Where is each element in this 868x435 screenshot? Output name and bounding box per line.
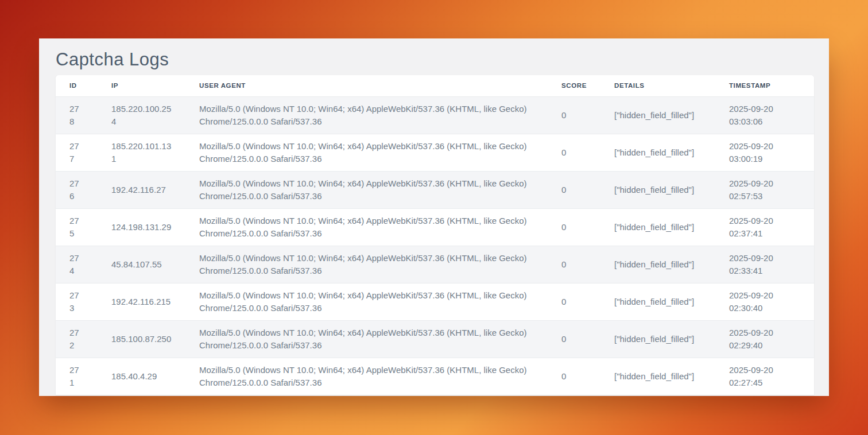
cell-score: 0: [548, 321, 600, 358]
cell-ip: 185.220.101.131: [98, 134, 185, 172]
cell-timestamp: 2025-09-20 02:37:41: [715, 209, 814, 246]
cell-details: ["hidden_field_filled"]: [600, 97, 715, 134]
cell-timestamp: 2025-09-20 02:30:40: [715, 283, 814, 321]
cell-id: 272: [56, 321, 98, 358]
column-header-details: DETAILS: [600, 75, 715, 97]
cell-timestamp: 2025-09-20 02:29:40: [715, 321, 814, 358]
cell-timestamp: 2025-09-20 02:27:45: [715, 358, 814, 395]
cell-score: 0: [548, 172, 600, 209]
page-title: Captcha Logs: [39, 38, 829, 75]
cell-score: 0: [548, 246, 600, 283]
cell-user_agent: Mozilla/5.0 (Windows NT 10.0; Win64; x64…: [185, 209, 548, 246]
cell-id: 271: [56, 358, 98, 395]
cell-ip: 185.40.4.29: [98, 358, 185, 395]
cell-timestamp: 2025-09-20 03:00:19: [715, 134, 814, 172]
cell-details: ["hidden_field_filled"]: [600, 172, 715, 209]
cell-timestamp: 2025-09-20 02:33:41: [715, 246, 814, 283]
logs-table-container: IDIPUSER AGENTSCOREDETAILSTIMESTAMP 2781…: [56, 75, 814, 395]
cell-details: ["hidden_field_filled"]: [600, 321, 715, 358]
cell-id: 277: [56, 134, 98, 172]
cell-user_agent: Mozilla/5.0 (Windows NT 10.0; Win64; x64…: [185, 134, 548, 172]
cell-details: ["hidden_field_filled"]: [600, 358, 715, 395]
cell-ip: 45.84.107.55: [98, 246, 185, 283]
cell-id: 278: [56, 97, 98, 134]
page-background: Captcha Logs IDIPUSER AGENTSCOREDETAILST…: [0, 0, 868, 435]
table-row: 27445.84.107.55Mozilla/5.0 (Windows NT 1…: [56, 246, 814, 283]
cell-ip: 124.198.131.29: [98, 209, 185, 246]
cell-timestamp: 2025-09-20 03:03:06: [715, 97, 814, 134]
cell-user_agent: Mozilla/5.0 (Windows NT 10.0; Win64; x64…: [185, 283, 548, 321]
cell-timestamp: 2025-09-20 02:57:53: [715, 172, 814, 209]
cell-user_agent: Mozilla/5.0 (Windows NT 10.0; Win64; x64…: [185, 358, 548, 395]
table-header-row: IDIPUSER AGENTSCOREDETAILSTIMESTAMP: [56, 75, 814, 97]
cell-score: 0: [548, 358, 600, 395]
cell-score: 0: [548, 134, 600, 172]
cell-details: ["hidden_field_filled"]: [600, 134, 715, 172]
cell-id: 275: [56, 209, 98, 246]
cell-user_agent: Mozilla/5.0 (Windows NT 10.0; Win64; x64…: [185, 97, 548, 134]
captcha-logs-table: IDIPUSER AGENTSCOREDETAILSTIMESTAMP 2781…: [56, 75, 814, 395]
cell-id: 274: [56, 246, 98, 283]
column-header-ip: IP: [98, 75, 185, 97]
cell-details: ["hidden_field_filled"]: [600, 246, 715, 283]
cell-user_agent: Mozilla/5.0 (Windows NT 10.0; Win64; x64…: [185, 321, 548, 358]
column-header-timestamp: TIMESTAMP: [715, 75, 814, 97]
cell-score: 0: [548, 97, 600, 134]
table-row: 272185.100.87.250Mozilla/5.0 (Windows NT…: [56, 321, 814, 358]
cell-id: 273: [56, 283, 98, 321]
column-header-id: ID: [56, 75, 98, 97]
cell-user_agent: Mozilla/5.0 (Windows NT 10.0; Win64; x64…: [185, 246, 548, 283]
column-header-score: SCORE: [548, 75, 600, 97]
cell-details: ["hidden_field_filled"]: [600, 209, 715, 246]
table-row: 273192.42.116.215Mozilla/5.0 (Windows NT…: [56, 283, 814, 321]
column-header-user_agent: USER AGENT: [185, 75, 548, 97]
table-row: 275124.198.131.29Mozilla/5.0 (Windows NT…: [56, 209, 814, 246]
cell-score: 0: [548, 283, 600, 321]
cell-ip: 185.100.87.250: [98, 321, 185, 358]
cell-ip: 192.42.116.215: [98, 283, 185, 321]
table-row: 277185.220.101.131Mozilla/5.0 (Windows N…: [56, 134, 814, 172]
cell-ip: 192.42.116.27: [98, 172, 185, 209]
cell-ip: 185.220.100.254: [98, 97, 185, 134]
table-row: 276192.42.116.27Mozilla/5.0 (Windows NT …: [56, 172, 814, 209]
cell-score: 0: [548, 209, 600, 246]
table-row: 271185.40.4.29Mozilla/5.0 (Windows NT 10…: [56, 358, 814, 395]
captcha-logs-card: Captcha Logs IDIPUSER AGENTSCOREDETAILST…: [39, 38, 829, 396]
cell-user_agent: Mozilla/5.0 (Windows NT 10.0; Win64; x64…: [185, 172, 548, 209]
cell-id: 276: [56, 172, 98, 209]
table-row: 278185.220.100.254Mozilla/5.0 (Windows N…: [56, 97, 814, 134]
cell-details: ["hidden_field_filled"]: [600, 283, 715, 321]
